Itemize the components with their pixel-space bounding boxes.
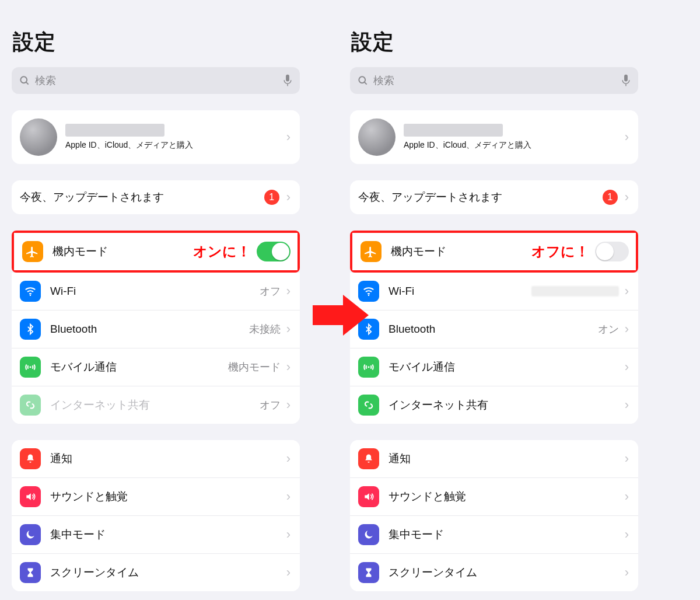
bluetooth-value: 未接続 — [249, 322, 281, 336]
sound-row[interactable]: サウンドと触覚 › — [350, 478, 638, 516]
badge-count: 1 — [264, 190, 279, 205]
chevron-right-icon: › — [284, 322, 293, 337]
hotspot-row[interactable]: インターネット共有 オフ › — [12, 386, 300, 424]
bluetooth-row[interactable]: Bluetooth オン › — [350, 311, 638, 348]
chevron-right-icon: › — [622, 130, 631, 145]
chevron-right-icon: › — [284, 527, 293, 542]
update-label: 今夜、アップデートされます — [358, 190, 603, 205]
hotspot-icon — [358, 395, 379, 416]
profile-subtitle: Apple ID、iCloud、メディアと購入 — [65, 140, 276, 151]
hotspot-icon — [20, 395, 41, 416]
search-input[interactable] — [373, 75, 616, 87]
search-bar[interactable] — [350, 67, 638, 94]
svg-point-7 — [359, 76, 365, 83]
screentime-row[interactable]: スクリーンタイム › — [350, 554, 638, 591]
chevron-right-icon: › — [284, 360, 293, 375]
settings-screen-right: 設定 Apple ID、iCloud、メディアと購入 › 今夜、アッ — [345, 11, 643, 600]
focus-row[interactable]: 集中モード › — [12, 516, 300, 554]
chevron-right-icon: › — [622, 489, 631, 504]
profile-name-redacted — [404, 124, 503, 137]
svg-rect-2 — [286, 75, 289, 82]
cellular-icon — [358, 357, 379, 378]
svg-line-1 — [26, 82, 29, 85]
chevron-right-icon: › — [622, 527, 631, 542]
cellular-row[interactable]: モバイル通信 機内モード › — [12, 348, 300, 386]
chevron-right-icon: › — [622, 284, 631, 299]
search-input[interactable] — [35, 75, 278, 87]
hotspot-row[interactable]: インターネット共有 › — [350, 386, 638, 424]
bluetooth-label: Bluetooth — [50, 323, 249, 336]
notifications-label: 通知 — [388, 451, 622, 466]
airplane-toggle[interactable] — [257, 242, 290, 261]
page-title: 設定 — [7, 11, 304, 67]
chevron-right-icon: › — [284, 489, 293, 504]
sound-row[interactable]: サウンドと触覚 › — [12, 478, 300, 516]
chevron-right-icon: › — [284, 451, 293, 466]
search-icon — [357, 75, 369, 86]
wifi-value-redacted — [531, 286, 619, 296]
search-bar[interactable] — [12, 67, 300, 94]
chevron-right-icon: › — [622, 565, 631, 580]
svg-point-5 — [30, 367, 32, 368]
badge-count: 1 — [603, 190, 618, 205]
chevron-right-icon: › — [284, 130, 293, 145]
screentime-label: スクリーンタイム — [388, 565, 622, 580]
speaker-icon — [358, 486, 379, 507]
notifications-label: 通知 — [50, 451, 284, 466]
speaker-icon — [20, 486, 41, 507]
notifications-row[interactable]: 通知 › — [12, 440, 300, 478]
wifi-row[interactable]: Wi-Fi オフ › — [12, 273, 300, 311]
airplane-highlight: 機内モード オフに！ — [350, 231, 638, 273]
profile-name-redacted — [65, 124, 164, 137]
profile-card[interactable]: Apple ID、iCloud、メディアと購入 › — [350, 110, 638, 164]
bluetooth-icon — [20, 319, 41, 340]
bluetooth-row[interactable]: Bluetooth 未接続 › — [12, 311, 300, 348]
moon-icon — [358, 524, 379, 545]
sound-label: サウンドと触覚 — [388, 489, 622, 504]
update-label: 今夜、アップデートされます — [20, 190, 264, 205]
chevron-right-icon: › — [284, 284, 293, 299]
wifi-value: オフ — [260, 284, 281, 298]
cellular-label: モバイル通信 — [50, 360, 228, 375]
airplane-callout: オンに！ — [193, 242, 251, 261]
focus-row[interactable]: 集中モード › — [350, 516, 638, 554]
wifi-label: Wi-Fi — [50, 285, 260, 298]
hourglass-icon — [20, 562, 41, 583]
svg-point-0 — [20, 76, 27, 83]
cellular-row[interactable]: モバイル通信 › — [350, 348, 638, 386]
airplane-icon — [360, 241, 382, 262]
profile-card[interactable]: Apple ID、iCloud、メディアと購入 › — [12, 110, 300, 164]
cellular-value: 機内モード — [228, 360, 281, 374]
settings-screen-left: 設定 Apple ID、iCloud、メディアと購入 › 今夜、アッ — [7, 11, 304, 600]
cellular-label: モバイル通信 — [388, 360, 619, 375]
airplane-highlight: 機内モード オンに！ — [12, 231, 300, 273]
airplane-toggle[interactable] — [595, 242, 629, 261]
svg-rect-9 — [624, 75, 628, 82]
hourglass-icon — [358, 562, 379, 583]
wifi-row[interactable]: Wi-Fi › — [350, 273, 638, 311]
bell-icon — [358, 448, 379, 469]
airplane-label: 機内モード — [52, 244, 193, 259]
bluetooth-value: オン — [598, 322, 619, 336]
hotspot-label: インターネット共有 — [388, 397, 619, 413]
mic-icon[interactable] — [621, 74, 631, 87]
svg-marker-6 — [313, 295, 369, 336]
wifi-icon — [20, 281, 41, 302]
notifications-row[interactable]: 通知 › — [350, 440, 638, 478]
bluetooth-label: Bluetooth — [388, 323, 598, 336]
mic-icon[interactable] — [282, 74, 293, 87]
svg-point-4 — [30, 295, 31, 296]
svg-line-8 — [365, 82, 367, 85]
chevron-right-icon: › — [622, 451, 631, 466]
hotspot-label: インターネット共有 — [50, 397, 260, 413]
transition-arrow-icon — [313, 295, 369, 336]
cellular-icon — [20, 357, 41, 378]
screentime-row[interactable]: スクリーンタイム › — [12, 554, 300, 591]
focus-label: 集中モード — [388, 527, 622, 542]
update-card[interactable]: 今夜、アップデートされます 1 › — [350, 180, 638, 214]
page-title: 設定 — [345, 11, 643, 67]
chevron-right-icon: › — [284, 397, 293, 413]
airplane-icon — [22, 241, 43, 262]
profile-subtitle: Apple ID、iCloud、メディアと購入 — [404, 140, 614, 151]
update-card[interactable]: 今夜、アップデートされます 1 › — [12, 180, 300, 214]
